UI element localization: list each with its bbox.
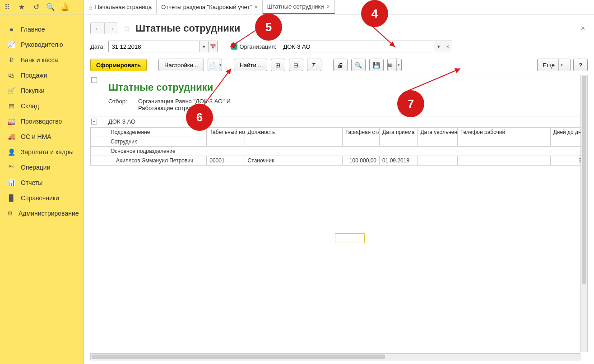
bag-icon: 🛍 (7, 72, 15, 79)
topbar: ⠿ ★ ↺ 🔍 🔔 ⌂ Начальная страница Отчеты ра… (0, 0, 594, 14)
apps-icon[interactable]: ⠿ (3, 3, 12, 12)
report-title: Штатные сотрудники (90, 82, 588, 98)
date-dropdown-button[interactable]: ▾ (199, 41, 208, 52)
tab-reports[interactable]: Отчеты раздела "Кадровый учет" × (157, 0, 263, 14)
org-input-group: ▾ × (280, 41, 452, 52)
annotation-bubble-5: 5 (255, 14, 282, 41)
report-area: − Штатные сотрудники Отбор: Организация … (90, 75, 588, 360)
horizontal-scrollbar[interactable] (90, 353, 580, 360)
home-icon: ⌂ (88, 4, 92, 11)
sidebar-item-label: Главное (21, 26, 45, 33)
tree-toggle[interactable]: − (91, 119, 97, 124)
book-icon: ▉ (7, 194, 15, 202)
filter-text: Работающие сотрудники (138, 105, 231, 111)
th-employee: Сотрудник (91, 137, 207, 147)
report-table: Подразделение Табельный номер Должность … (90, 127, 588, 166)
sidebar-item-label: Производство (21, 118, 62, 125)
sidebar-item-label: Покупки (21, 87, 45, 94)
tab-close-icon[interactable]: × (255, 4, 258, 10)
sidebar-item-catalogs[interactable]: ▉Справочники (0, 190, 84, 206)
search-icon[interactable]: 🔍 (46, 3, 55, 12)
more-button[interactable]: Еще▾ (537, 59, 571, 71)
bars-icon: 📊 (7, 179, 15, 186)
sidebar-item-bank[interactable]: ₽Банк и касса (0, 52, 84, 68)
tree-toggle[interactable]: − (91, 77, 97, 83)
expand-button[interactable]: ⊞ (271, 59, 285, 71)
th-hire: Дата приема (380, 128, 418, 147)
cell-tabnum: 00001 (207, 156, 245, 166)
org-input[interactable] (280, 41, 434, 52)
org-checkbox[interactable] (231, 43, 237, 50)
sidebar-item-production[interactable]: 🏭Производство (0, 114, 84, 129)
sidebar-item-reports[interactable]: 📊Отчеты (0, 175, 84, 190)
print-button[interactable]: 🖨 (333, 59, 348, 71)
org-label: Организация: (239, 43, 276, 50)
report-scroll[interactable]: − Штатные сотрудники Отбор: Организация … (90, 75, 588, 352)
gear-icon: ⚙ (7, 210, 13, 217)
settings-button[interactable]: Настройки... (158, 59, 204, 71)
th-dept: Подразделение (91, 128, 207, 137)
sidebar-item-label: Справочники (21, 194, 59, 202)
sidebar-item-warehouse[interactable]: ▦Склад (0, 98, 84, 114)
filter-text: Организация Равно "ДОК-3 АО" И (138, 98, 231, 105)
history-icon[interactable]: ↺ (32, 3, 41, 12)
truck-icon: 🚚 (7, 133, 15, 140)
cart-icon: 🛒 (7, 87, 15, 94)
sidebar-item-label: Банк и касса (21, 56, 58, 64)
org-checkbox-label[interactable]: Организация: (231, 43, 276, 50)
back-button[interactable]: ← (91, 23, 104, 34)
cell-position: Станочник (245, 156, 342, 166)
sidebar-item-operations[interactable]: ᴬᵏОперации (0, 160, 84, 175)
toolbar: Сформировать Настройки... 📄▾ Найти... ⊞ … (90, 59, 588, 71)
tab-home[interactable]: ⌂ Начальная страница (84, 0, 157, 14)
org-clear-button[interactable]: × (443, 41, 452, 52)
sidebar-item-purchases[interactable]: 🛒Покупки (0, 83, 84, 98)
th-rate: Тарифная ставка (342, 128, 379, 147)
page-title: Штатные сотрудники (135, 23, 240, 34)
sidebar-item-manager[interactable]: 📈Руководителю (0, 37, 84, 52)
cell-fire (418, 156, 457, 166)
selected-cell-cursor (335, 233, 365, 243)
sidebar-item-main[interactable]: ≡Главное (0, 22, 84, 37)
sum-button[interactable]: Σ (307, 59, 321, 71)
annotation-bubble-7: 7 (397, 90, 424, 117)
tab-label: Начальная страница (95, 4, 152, 10)
annotation-bubble-4: 4 (361, 0, 388, 27)
ops-icon: ᴬᵏ (7, 164, 15, 171)
date-label: Дата: (90, 43, 105, 50)
generate-button[interactable]: Сформировать (90, 59, 147, 71)
email-button[interactable]: ✉▾ (387, 59, 402, 71)
favorite-icon[interactable]: ☆ (123, 23, 131, 34)
factory-icon: 🏭 (7, 118, 15, 125)
find-button[interactable]: Найти... (234, 59, 267, 71)
tab-close-icon[interactable]: × (327, 4, 330, 10)
filter-label: Отбор: (108, 98, 130, 111)
close-page-button[interactable]: × (578, 24, 588, 32)
dept-row: − Основное подразделение (91, 147, 588, 156)
save-button[interactable]: 💾 (369, 59, 384, 71)
sidebar-item-sales[interactable]: 🛍Продажи (0, 68, 84, 83)
sidebar-item-label: Склад (21, 102, 39, 110)
sidebar-item-assets[interactable]: 🚚ОС и НМА (0, 129, 84, 144)
sidebar-item-label: Руководителю (21, 41, 63, 48)
star-icon[interactable]: ★ (17, 3, 26, 12)
bell-icon[interactable]: 🔔 (60, 3, 70, 12)
vertical-scrollbar[interactable] (580, 75, 588, 352)
table-row[interactable]: Ахилесов Эммануил Петрович 00001 Станочн… (91, 156, 588, 166)
sidebar-item-hr[interactable]: 👤Зарплата и кадры (0, 144, 84, 160)
collapse-button[interactable]: ⊟ (289, 59, 303, 71)
preview-button[interactable]: 🔍 (351, 59, 366, 71)
settings-variant-button[interactable]: 📄▾ (208, 59, 222, 71)
org-dropdown-button[interactable]: ▾ (434, 41, 443, 52)
forward-button[interactable]: → (104, 23, 118, 34)
date-calendar-button[interactable]: 📅 (208, 41, 217, 52)
tab-staff-employees[interactable]: Штатные сотрудники × (263, 0, 335, 14)
dept-name: Основное подразделение (111, 148, 176, 154)
date-input[interactable] (109, 41, 199, 52)
tab-label: Штатные сотрудники (267, 3, 324, 10)
sidebar-item-label: Продажи (21, 72, 47, 79)
nav-buttons: ← → (90, 23, 118, 34)
help-button[interactable]: ? (573, 59, 588, 71)
main-content: ← → ☆ Штатные сотрудники × Дата: ▾ 📅 Орг… (84, 14, 594, 364)
sidebar-item-admin[interactable]: ⚙Администрирование (0, 206, 84, 221)
